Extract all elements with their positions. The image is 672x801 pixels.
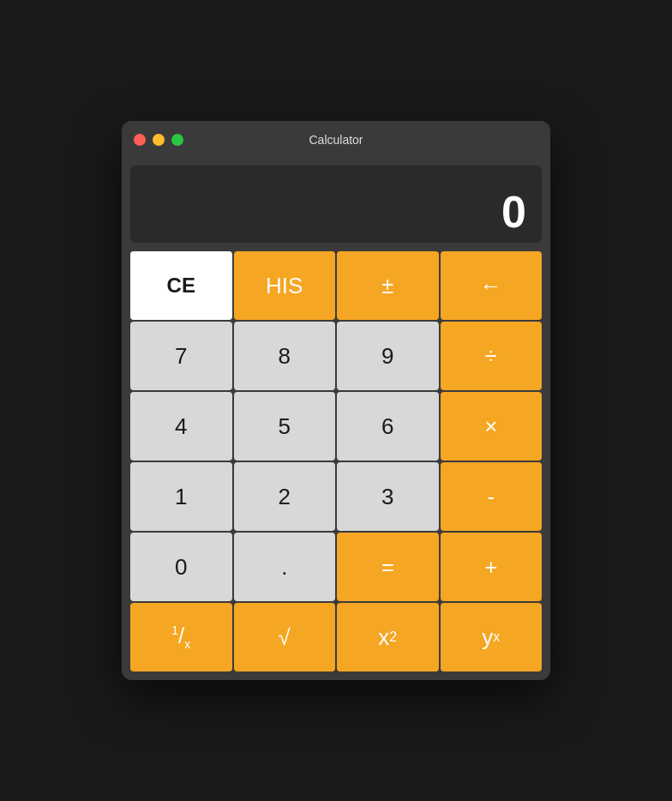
subtract-button[interactable]: - <box>441 462 543 531</box>
sqrt-button[interactable]: √ <box>234 603 336 672</box>
calculator-window: Calculator 0 CE HIS ± ← 7 8 9 ÷ 4 5 6 × … <box>122 121 550 680</box>
backspace-button[interactable]: ← <box>441 251 543 320</box>
keypad: CE HIS ± ← 7 8 9 ÷ 4 5 6 × 1 2 3 - 0 . =… <box>122 243 550 680</box>
title-bar: Calculator <box>122 121 550 159</box>
multiply-button[interactable]: × <box>441 392 543 461</box>
two-button[interactable]: 2 <box>234 462 336 531</box>
power-button[interactable]: yx <box>441 603 543 672</box>
window-controls <box>134 134 183 146</box>
six-button[interactable]: 6 <box>337 392 439 461</box>
plus-minus-button[interactable]: ± <box>337 251 439 320</box>
display-area: 0 <box>130 166 542 243</box>
minimize-button[interactable] <box>153 134 165 146</box>
seven-button[interactable]: 7 <box>130 322 232 390</box>
reciprocal-button[interactable]: 1/x <box>130 603 232 672</box>
reciprocal-label: 1/x <box>171 623 190 651</box>
equals-button[interactable]: = <box>337 533 439 601</box>
four-button[interactable]: 4 <box>130 392 232 461</box>
window-title: Calculator <box>309 133 363 147</box>
zero-button[interactable]: 0 <box>130 533 232 601</box>
clear-entry-button[interactable]: CE <box>130 251 232 320</box>
eight-button[interactable]: 8 <box>234 322 336 390</box>
display-value: 0 <box>501 190 526 234</box>
five-button[interactable]: 5 <box>234 392 336 461</box>
decimal-button[interactable]: . <box>234 533 336 601</box>
maximize-button[interactable] <box>171 134 183 146</box>
add-button[interactable]: + <box>441 533 543 601</box>
divide-button[interactable]: ÷ <box>441 322 543 390</box>
history-button[interactable]: HIS <box>234 251 336 320</box>
square-button[interactable]: x2 <box>337 603 439 672</box>
one-button[interactable]: 1 <box>130 462 232 531</box>
nine-button[interactable]: 9 <box>337 322 439 390</box>
close-button[interactable] <box>134 134 146 146</box>
three-button[interactable]: 3 <box>337 462 439 531</box>
